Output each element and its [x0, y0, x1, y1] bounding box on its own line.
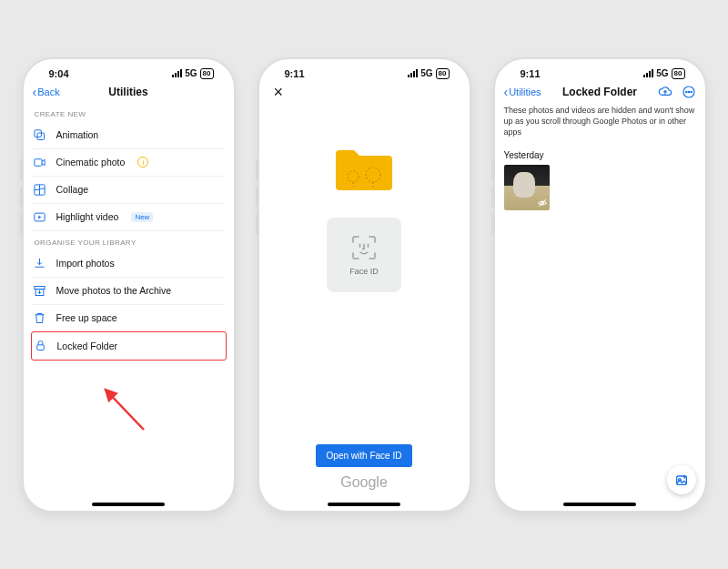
- phone-locked-folder: 9:11 5G 80 ‹ Utilities Locked Folder The…: [493, 57, 707, 513]
- battery-icon: 80: [200, 68, 214, 79]
- google-logo: Google: [340, 474, 388, 491]
- row-cinematic[interactable]: Cinematic photo i: [33, 149, 225, 177]
- phone-utilities: 9:04 5G 80 ‹ Back Utilities CREATE NEW A…: [22, 57, 236, 513]
- status-time: 9:11: [521, 68, 541, 79]
- trash-icon: [33, 310, 47, 325]
- row-label: Import photos: [56, 258, 115, 269]
- highlight-icon: [33, 209, 47, 224]
- cinematic-icon: [33, 155, 47, 169]
- info-badge-icon: i: [137, 157, 148, 168]
- page-title: Utilities: [33, 86, 225, 98]
- status-net: 5G: [420, 68, 432, 78]
- new-badge: New: [131, 212, 153, 222]
- faceid-label: Face ID: [349, 267, 379, 276]
- row-freeup[interactable]: Free up space: [33, 305, 225, 332]
- navbar: ×: [268, 81, 460, 103]
- row-animation[interactable]: Animation: [33, 122, 225, 149]
- animation-icon: [33, 127, 47, 142]
- row-collage[interactable]: Collage: [33, 177, 225, 204]
- signal-icon: [643, 69, 653, 77]
- callout-highlight-box: Locked Folder: [31, 331, 227, 361]
- unlock-content: Face ID Open with Face ID Google: [268, 103, 460, 502]
- section-organise: ORGANISE YOUR LIBRARY: [35, 239, 223, 247]
- description-text: These photos and videos are hidden and w…: [504, 105, 696, 137]
- lock-icon: [34, 339, 48, 353]
- hidden-photo-icon: [537, 198, 548, 208]
- day-header: Yesterday: [504, 150, 696, 160]
- row-label: Collage: [56, 184, 89, 195]
- faceid-tile: Face ID: [327, 218, 401, 292]
- signal-icon: [408, 69, 418, 77]
- row-import[interactable]: Import photos: [33, 250, 225, 278]
- home-indicator: [328, 503, 400, 506]
- row-highlight-video[interactable]: Highlight video New: [33, 204, 225, 231]
- svg-line-8: [106, 390, 144, 430]
- row-label: Free up space: [56, 312, 117, 323]
- battery-icon: 80: [672, 68, 685, 79]
- faceid-icon: [350, 234, 378, 261]
- phone-faceid: 9:11 5G 80 × Face ID Open with Face ID G…: [258, 57, 471, 513]
- home-indicator: [563, 503, 636, 506]
- row-label: Animation: [56, 129, 99, 140]
- status-time: 9:04: [49, 68, 69, 79]
- row-label: Move photos to the Archive: [56, 285, 172, 296]
- battery-icon: 80: [436, 68, 450, 79]
- svg-rect-7: [37, 345, 45, 351]
- signal-icon: [172, 69, 182, 77]
- close-button[interactable]: ×: [268, 84, 289, 100]
- add-photo-fab[interactable]: [667, 465, 696, 494]
- page-title: Locked Folder: [504, 86, 696, 98]
- row-locked-folder[interactable]: Locked Folder: [34, 332, 224, 360]
- row-label: Locked Folder: [57, 340, 118, 351]
- open-with-faceid-button[interactable]: Open with Face ID: [316, 444, 413, 467]
- import-icon: [33, 256, 47, 270]
- locked-folder-illustration-icon: [332, 145, 396, 192]
- status-time: 9:11: [285, 68, 305, 79]
- status-net: 5G: [656, 68, 668, 78]
- collage-icon: [33, 182, 47, 197]
- navbar: ‹ Utilities Locked Folder: [504, 81, 696, 103]
- callout-arrow-icon: [96, 382, 151, 437]
- home-indicator: [92, 503, 165, 506]
- archive-icon: [33, 283, 47, 298]
- section-create-new: CREATE NEW: [35, 110, 223, 118]
- status-net: 5G: [185, 68, 197, 78]
- row-label: Highlight video: [56, 211, 119, 222]
- photo-thumbnail[interactable]: [504, 165, 550, 210]
- row-archive[interactable]: Move photos to the Archive: [33, 278, 225, 305]
- row-label: Cinematic photo: [56, 157, 126, 168]
- svg-rect-2: [35, 158, 42, 166]
- navbar: ‹ Back Utilities: [33, 81, 225, 103]
